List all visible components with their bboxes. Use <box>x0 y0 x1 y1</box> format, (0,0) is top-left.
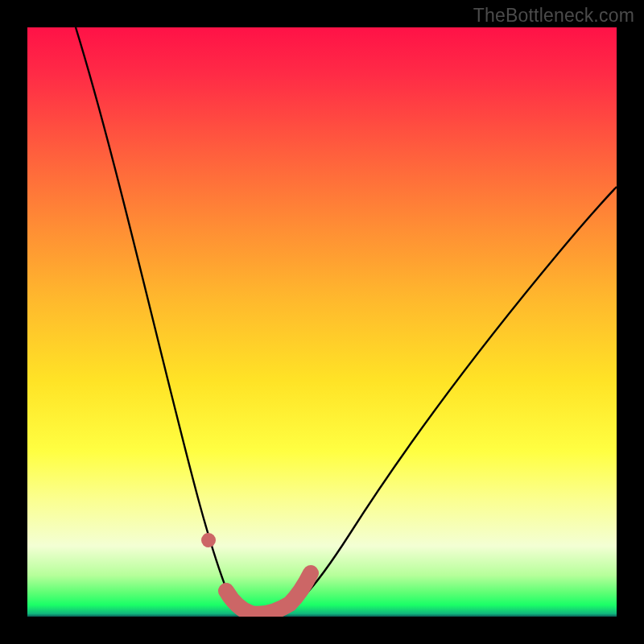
watermark-text: TheBottleneck.com <box>473 5 634 27</box>
chart-gradient-background <box>27 27 617 617</box>
